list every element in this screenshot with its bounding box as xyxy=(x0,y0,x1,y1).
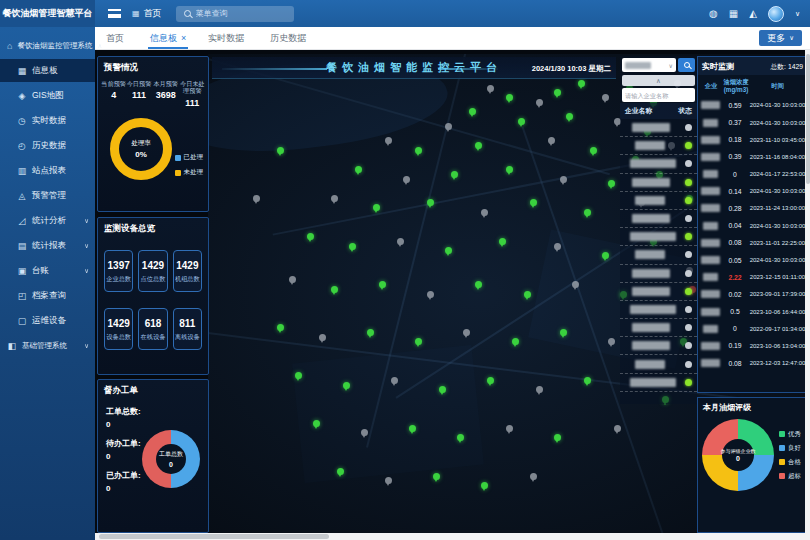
map-pin-icon[interactable] xyxy=(560,329,567,336)
map-pin-icon[interactable] xyxy=(253,195,260,202)
realtime-row[interactable]: 0.18 2023-11-10 03:45:00 xyxy=(698,131,807,148)
enterprise-row[interactable] xyxy=(620,155,697,173)
sidebar-item[interactable]: ◈ GIS地图 xyxy=(0,84,95,107)
map-pin-icon[interactable] xyxy=(506,425,513,432)
map-pin-icon[interactable] xyxy=(331,195,338,202)
enterprise-row[interactable] xyxy=(620,119,697,137)
sidebar-item[interactable]: ◴ 历史数据 xyxy=(0,134,95,157)
sidebar-item[interactable]: ▦ 信息板 xyxy=(0,59,95,82)
map-pin-icon[interactable] xyxy=(415,147,422,154)
realtime-row[interactable]: 2.22 2023-12-15 01:11:00 xyxy=(698,269,807,286)
map-pin-icon[interactable] xyxy=(578,80,585,87)
enterprise-row[interactable] xyxy=(620,301,697,319)
map-pin-icon[interactable] xyxy=(337,468,344,475)
map-pin-icon[interactable] xyxy=(560,176,567,183)
map-pin-icon[interactable] xyxy=(439,386,446,393)
enterprise-row[interactable] xyxy=(620,265,697,283)
map-pin-icon[interactable] xyxy=(349,243,356,250)
map-pin-icon[interactable] xyxy=(536,99,543,106)
realtime-row[interactable]: 0.39 2023-11-16 08:04:00 xyxy=(698,148,807,165)
map-pin-icon[interactable] xyxy=(518,118,525,125)
map-pin-icon[interactable] xyxy=(554,89,561,96)
map-pin-icon[interactable] xyxy=(307,233,314,240)
tab[interactable]: 实时数据 xyxy=(197,27,259,49)
map-pin-icon[interactable] xyxy=(445,247,452,254)
map-pin-icon[interactable] xyxy=(481,209,488,216)
user-avatar[interactable] xyxy=(768,6,784,22)
map-pin-icon[interactable] xyxy=(608,338,615,345)
sidebar-item[interactable]: ▢ 运维设备 xyxy=(0,309,95,332)
more-button[interactable]: 更多 ∨ xyxy=(759,30,802,46)
sidebar-item[interactable]: ▤ 统计报表 ∨ xyxy=(0,234,95,257)
sidebar-item[interactable]: ◷ 实时数据 xyxy=(0,109,95,132)
map-pin-icon[interactable] xyxy=(427,199,434,206)
map-pin-icon[interactable] xyxy=(530,473,537,480)
realtime-row[interactable]: 0.05 2024-01-30 10:03:00 xyxy=(698,251,807,268)
map-pin-icon[interactable] xyxy=(295,372,302,379)
tab[interactable]: 历史数据 xyxy=(259,27,321,49)
enterprise-row[interactable] xyxy=(620,246,697,264)
flame-icon[interactable]: ◭ xyxy=(749,8,757,19)
map-pin-icon[interactable] xyxy=(415,338,422,345)
enterprise-row[interactable] xyxy=(620,210,697,228)
enterprise-row[interactable] xyxy=(620,174,697,192)
enterprise-row[interactable] xyxy=(620,319,697,337)
device-stat-card[interactable]: 1429 机组总数 xyxy=(173,250,202,292)
menu-search-input[interactable] xyxy=(196,9,276,18)
map-pin-icon[interactable] xyxy=(457,434,464,441)
map-pin-icon[interactable] xyxy=(319,334,326,341)
map-pin-icon[interactable] xyxy=(536,386,543,393)
sidebar-item[interactable]: ▥ 站点报表 xyxy=(0,159,95,182)
realtime-row[interactable]: 0.28 2023-11-24 13:00:00 xyxy=(698,200,807,217)
map-pin-icon[interactable] xyxy=(554,434,561,441)
map-pin-icon[interactable] xyxy=(277,324,284,331)
map-pin-icon[interactable] xyxy=(385,137,392,144)
enterprise-row[interactable] xyxy=(620,283,697,301)
map-pin-icon[interactable] xyxy=(506,166,513,173)
enterprise-row[interactable] xyxy=(620,337,697,355)
map-pin-icon[interactable] xyxy=(445,123,452,130)
map-pin-icon[interactable] xyxy=(614,425,621,432)
theme-icon[interactable]: ◍ xyxy=(709,8,718,19)
map-pin-icon[interactable] xyxy=(506,94,513,101)
sidebar-item[interactable]: ◿ 统计分析 ∨ xyxy=(0,209,95,232)
map-pin-icon[interactable] xyxy=(427,291,434,298)
realtime-row[interactable]: 0.59 2024-01-30 10:03:00 xyxy=(698,97,807,114)
map-pin-icon[interactable] xyxy=(361,429,368,436)
map-pin-icon[interactable] xyxy=(487,85,494,92)
map-pin-icon[interactable] xyxy=(469,108,476,115)
map-pin-icon[interactable] xyxy=(524,291,531,298)
map-pin-icon[interactable] xyxy=(554,243,561,250)
enterprise-row[interactable] xyxy=(620,192,697,210)
map-pin-icon[interactable] xyxy=(463,329,470,336)
map-pin-icon[interactable] xyxy=(277,147,284,154)
device-stat-card[interactable]: 1429 点位总数 xyxy=(138,250,167,292)
device-stat-card[interactable]: 1397 企业总数 xyxy=(104,250,133,292)
sidebar-item[interactable]: ◧ 基础管理系统 ∨ xyxy=(0,334,95,357)
enterprise-search-button[interactable] xyxy=(678,58,695,72)
user-menu-chevron-icon[interactable]: ∨ xyxy=(795,10,800,18)
realtime-row[interactable]: 0 2024-01-17 22:53:00 xyxy=(698,165,807,182)
realtime-row[interactable]: 0 2022-09-17 01:34:00 xyxy=(698,320,807,337)
map-pin-icon[interactable] xyxy=(343,382,350,389)
enterprise-row[interactable] xyxy=(620,228,697,246)
realtime-row[interactable]: 0.14 2024-01-30 10:03:00 xyxy=(698,183,807,200)
enterprise-row[interactable] xyxy=(620,355,697,373)
sidebar-item[interactable]: ◬ 预警管理 xyxy=(0,184,95,207)
realtime-row[interactable]: 0.04 2024-01-30 10:03:00 xyxy=(698,217,807,234)
map-pin-icon[interactable] xyxy=(487,377,494,384)
map-pin-icon[interactable] xyxy=(451,171,458,178)
map-pin-icon[interactable] xyxy=(602,252,609,259)
horizontal-scrollbar[interactable] xyxy=(95,533,810,540)
enterprise-row[interactable] xyxy=(620,374,697,392)
realtime-row[interactable]: 0.08 2023-12-03 12:47:00 xyxy=(698,355,807,372)
hamburger-menu-icon[interactable] xyxy=(108,9,121,18)
map-pin-icon[interactable] xyxy=(590,147,597,154)
map-pin-icon[interactable] xyxy=(512,338,519,345)
layout-icon[interactable]: ▦ xyxy=(729,8,738,19)
map-pin-icon[interactable] xyxy=(385,477,392,484)
map-pin-icon[interactable] xyxy=(499,238,506,245)
map-pin-icon[interactable] xyxy=(373,204,380,211)
realtime-row[interactable]: 0.5 2023-10-06 16:44:00 xyxy=(698,303,807,320)
map-pin-icon[interactable] xyxy=(530,199,537,206)
